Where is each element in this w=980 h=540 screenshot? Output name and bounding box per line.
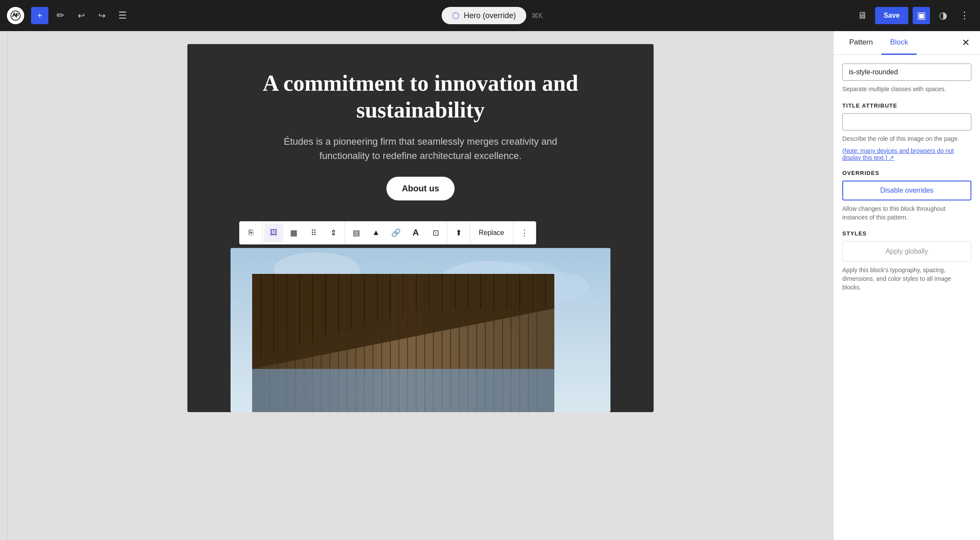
block-upload-group: ⬆	[447, 222, 470, 244]
block-copy-group: ⎘	[240, 222, 262, 244]
title-attr-hint: Describe the role of this image on the p…	[842, 135, 971, 143]
css-class-hint: Separate multiple classes with spaces.	[842, 85, 971, 94]
about-us-button[interactable]: About us	[386, 177, 455, 200]
css-class-input[interactable]	[842, 64, 971, 81]
pencil-icon-button[interactable]: ✏	[52, 7, 69, 24]
toolbar-right: 🖥 Save ▣ ◑ ⋮	[854, 7, 973, 24]
styles-section: STYLES Apply globally Apply this block's…	[842, 230, 971, 292]
overrides-section: OVERRIDES Disable overrides Allow change…	[842, 170, 971, 222]
hero-subtitle: Études is a pioneering firm that seamles…	[269, 134, 572, 163]
crop-button[interactable]: ▲	[367, 223, 386, 242]
image-type-button[interactable]: 🖼	[264, 223, 283, 242]
css-class-section: Separate multiple classes with spaces.	[842, 64, 971, 94]
redo-button[interactable]: ↪	[93, 7, 111, 24]
text-button[interactable]: A	[406, 223, 425, 242]
title-attr-label: TITLE ATTRIBUTE	[842, 102, 971, 109]
diamond-icon: ⬡	[452, 10, 459, 21]
side-panel: Pattern Block ✕ Separate multiple classe…	[833, 31, 980, 540]
shortcut-label: ⌘K	[531, 12, 543, 20]
overrides-label: OVERRIDES	[842, 170, 971, 176]
more-options-button[interactable]: ⋮	[956, 7, 973, 24]
hero-name: Hero (override)	[464, 11, 516, 20]
panel-close-button[interactable]: ✕	[958, 34, 973, 52]
left-sidebar	[0, 31, 8, 540]
panel-content: Separate multiple classes with spaces. T…	[834, 55, 980, 300]
canvas-area: A commitment to innovation and sustainab…	[8, 31, 833, 540]
panel-tabs: Pattern Block ✕	[834, 31, 980, 55]
svg-rect-63	[252, 369, 554, 412]
top-toolbar: + ✏ ↩ ↪ ☰ ⬡ Hero (override) ⌘K 🖥 Save ▣ …	[0, 0, 980, 31]
block-toolbar: ⎘ 🖼 ▦ ⠿ ⇕ ▤ ▲ 🔗 A ⊡	[239, 221, 536, 245]
title-attr-note[interactable]: (Note: many devices and browsers do not …	[842, 147, 971, 161]
block-type-group: 🖼 ▦ ⠿ ⇕	[262, 222, 345, 244]
page-container: A commitment to innovation and sustainab…	[187, 44, 654, 412]
apply-globally-button[interactable]: Apply globally	[842, 241, 971, 262]
wp-logo	[7, 7, 24, 24]
styles-hint: Apply this block's typography, spacing, …	[842, 266, 971, 292]
block-more-button[interactable]: ⋮	[515, 223, 534, 242]
building-svg	[231, 248, 610, 412]
hero-image	[231, 248, 610, 412]
disable-overrides-button[interactable]: Disable overrides	[842, 181, 971, 200]
drag-handle[interactable]: ⠿	[304, 223, 323, 242]
undo-button[interactable]: ↩	[73, 7, 90, 24]
main-layout: A commitment to innovation and sustainab…	[0, 31, 980, 540]
gallery-type-button[interactable]: ▦	[284, 223, 303, 242]
block-align-group: ▤ ▲ 🔗 A ⊡	[345, 222, 447, 244]
block-more-group: ⋮	[513, 222, 536, 244]
add-button[interactable]: +	[31, 7, 48, 24]
title-attr-section: TITLE ATTRIBUTE Describe the role of thi…	[842, 102, 971, 162]
sidebar-toggle-button[interactable]: ▣	[913, 7, 930, 24]
list-view-button[interactable]: ☰	[114, 7, 131, 24]
hero-section: A commitment to innovation and sustainab…	[187, 44, 654, 218]
tab-pattern[interactable]: Pattern	[841, 31, 882, 55]
move-button[interactable]: ⇕	[324, 223, 343, 242]
contrast-button[interactable]: ◑	[934, 7, 952, 24]
block-replace-group: Replace	[470, 222, 513, 244]
block-toolbar-wrapper: ⎘ 🖼 ▦ ⠿ ⇕ ▤ ▲ 🔗 A ⊡	[239, 218, 654, 248]
align-button[interactable]: ▤	[347, 223, 366, 242]
desktop-view-button[interactable]: 🖥	[854, 7, 871, 24]
overrides-hint: Allow changes to this block throughout i…	[842, 205, 971, 222]
fullscreen-button[interactable]: ⊡	[426, 223, 445, 242]
copy-block-button[interactable]: ⎘	[241, 223, 260, 242]
upload-button[interactable]: ⬆	[449, 223, 468, 242]
save-button[interactable]: Save	[875, 7, 908, 24]
styles-label: STYLES	[842, 230, 971, 237]
title-attr-input[interactable]	[842, 113, 971, 130]
replace-button[interactable]: Replace	[472, 223, 511, 242]
hero-title: A commitment to innovation and sustainab…	[205, 70, 636, 124]
link-button[interactable]: 🔗	[386, 223, 405, 242]
hero-label[interactable]: ⬡ Hero (override)	[442, 7, 526, 24]
tab-block[interactable]: Block	[882, 31, 917, 55]
